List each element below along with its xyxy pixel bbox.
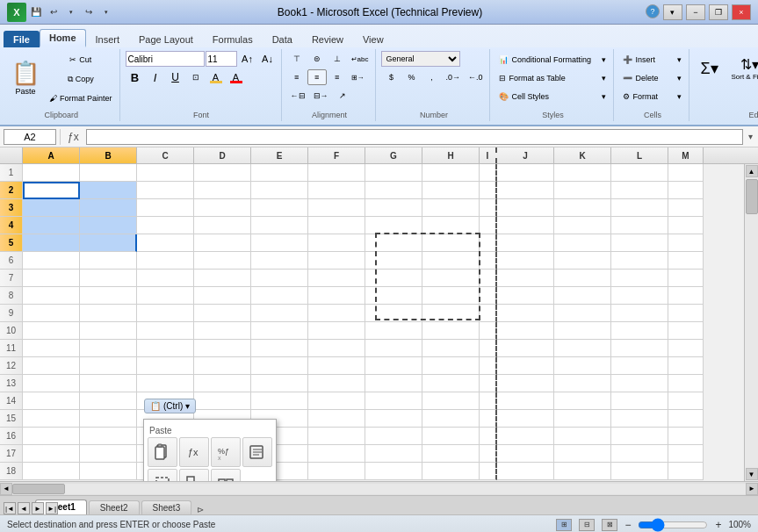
increase-font-btn[interactable]: A↑ xyxy=(238,51,257,67)
cell-a5[interactable] xyxy=(23,234,80,252)
col-header-g[interactable]: G xyxy=(365,147,422,163)
col-header-i[interactable]: I xyxy=(480,147,497,163)
col-header-k[interactable]: K xyxy=(554,147,611,163)
col-header-m[interactable]: M xyxy=(668,147,704,163)
minimize-btn[interactable]: − xyxy=(686,4,705,20)
scroll-right-btn[interactable]: ► xyxy=(746,483,758,495)
formula-input[interactable] xyxy=(86,129,743,145)
row-num-5[interactable]: 5 xyxy=(0,234,23,252)
decrease-decimal-btn[interactable]: ←.0 xyxy=(465,69,487,85)
cell-h2[interactable] xyxy=(422,182,480,199)
cell-h1[interactable] xyxy=(422,164,480,182)
sheet-tab-2[interactable]: Sheet2 xyxy=(89,500,140,514)
tab-home[interactable]: Home xyxy=(40,29,86,47)
underline-button[interactable]: U xyxy=(166,69,185,85)
cell-f4[interactable] xyxy=(308,217,365,234)
cell-g3[interactable] xyxy=(365,199,422,217)
align-bottom-btn[interactable]: ⊥ xyxy=(328,51,347,67)
tab-insert[interactable]: Insert xyxy=(86,31,130,47)
function-wizard-icon[interactable]: ƒx xyxy=(64,131,83,143)
cell-j1[interactable] xyxy=(497,164,554,182)
cell-l3[interactable] xyxy=(611,199,668,217)
cell-a2[interactable] xyxy=(23,182,80,199)
cell-c5[interactable] xyxy=(137,234,194,252)
page-layout-view-btn[interactable]: ⊟ xyxy=(579,519,595,531)
vertical-scrollbar[interactable]: ▲ ▼ xyxy=(744,164,758,481)
row-num-3[interactable]: 3 xyxy=(0,199,23,217)
zoom-plus-btn[interactable]: + xyxy=(715,519,721,531)
cell-h5[interactable] xyxy=(422,234,480,252)
delete-cells-btn[interactable]: ➖ Delete ▾ xyxy=(619,69,685,87)
align-center-btn[interactable]: ≡ xyxy=(307,69,327,85)
cell-d3[interactable] xyxy=(194,199,251,217)
col-header-e[interactable]: E xyxy=(251,147,308,163)
cell-f2[interactable] xyxy=(308,182,365,199)
cell-i3[interactable] xyxy=(480,199,497,217)
orientation-btn[interactable]: ↗ xyxy=(333,88,352,104)
cell-j4[interactable] xyxy=(497,217,554,234)
font-name-input[interactable] xyxy=(126,51,205,67)
cell-k5[interactable] xyxy=(554,234,611,252)
tab-view[interactable]: View xyxy=(353,31,393,47)
save-quick-btn[interactable]: 💾 xyxy=(28,4,44,20)
autosum-btn[interactable]: Σ▾ xyxy=(695,51,723,86)
fill-color-button[interactable]: A xyxy=(206,69,226,85)
cell-e2[interactable] xyxy=(251,182,308,199)
cell-g4[interactable] xyxy=(365,217,422,234)
restore-btn[interactable]: ❐ xyxy=(709,4,728,20)
paste-formula-format-btn[interactable]: %ƒx xyxy=(211,437,241,467)
cell-a1[interactable] xyxy=(23,164,80,182)
paste-no-border-btn[interactable] xyxy=(148,469,177,481)
scroll-down-btn[interactable]: ▼ xyxy=(746,468,758,480)
insert-cells-btn[interactable]: ➕ Insert ▾ xyxy=(619,51,685,68)
insert-sheet-tab-btn[interactable]: ⊳ xyxy=(197,505,204,514)
cell-m5[interactable] xyxy=(668,234,704,252)
decrease-indent-btn[interactable]: ←⊟ xyxy=(287,88,309,104)
currency-btn[interactable]: $ xyxy=(381,69,401,85)
sheet-nav-next-btn[interactable]: ► xyxy=(32,502,44,514)
cell-c2[interactable] xyxy=(137,182,194,199)
row-num-11[interactable]: 11 xyxy=(0,340,23,357)
cell-f5[interactable] xyxy=(308,234,365,252)
cell-k2[interactable] xyxy=(554,182,611,199)
row-num-13[interactable]: 13 xyxy=(0,375,23,392)
format-cells-btn[interactable]: ⚙ Format ▾ xyxy=(619,88,685,105)
undo-quick-btn[interactable]: ↩ xyxy=(46,4,61,20)
paste-formula-btn[interactable]: ƒx xyxy=(179,437,209,467)
cell-m1[interactable] xyxy=(668,164,704,182)
row-num-7[interactable]: 7 xyxy=(0,270,23,287)
sheet-tab-3[interactable]: Sheet3 xyxy=(141,500,192,514)
cell-k3[interactable] xyxy=(554,199,611,217)
tab-file[interactable]: File xyxy=(4,31,40,47)
tab-formulas[interactable]: Formulas xyxy=(203,31,263,47)
cell-m3[interactable] xyxy=(668,199,704,217)
sheet-nav-last-btn[interactable]: ►| xyxy=(46,502,58,514)
increase-decimal-btn[interactable]: .0→ xyxy=(442,69,464,85)
cell-l1[interactable] xyxy=(611,164,668,182)
cell-k1[interactable] xyxy=(554,164,611,182)
bold-button[interactable]: B xyxy=(126,69,145,85)
merge-cells-btn[interactable]: ⊞→ xyxy=(348,69,368,85)
decrease-font-btn[interactable]: A↓ xyxy=(258,51,278,67)
col-header-f[interactable]: F xyxy=(308,147,365,163)
percent-btn[interactable]: % xyxy=(401,69,421,85)
cell-b2[interactable] xyxy=(80,182,137,199)
row-num-14[interactable]: 14 xyxy=(0,392,23,410)
align-middle-btn[interactable]: ⊜ xyxy=(307,51,327,67)
cell-g2[interactable] xyxy=(365,182,422,199)
formula-expand-btn[interactable]: ▾ xyxy=(747,132,754,141)
h-scroll-thumb[interactable] xyxy=(12,484,65,494)
row-num-2[interactable]: 2 xyxy=(0,182,23,199)
cell-c4[interactable] xyxy=(137,217,194,234)
row-num-18[interactable]: 18 xyxy=(0,463,23,480)
number-format-dropdown[interactable]: General xyxy=(381,51,460,67)
paste-all-btn[interactable] xyxy=(148,437,177,467)
h-scroll-track[interactable] xyxy=(12,484,746,494)
cell-h3[interactable] xyxy=(422,199,480,217)
scroll-left-btn[interactable]: ◄ xyxy=(0,483,12,495)
row-num-6[interactable]: 6 xyxy=(0,252,23,270)
align-right-btn[interactable]: ≡ xyxy=(328,69,347,85)
sort-filter-btn[interactable]: ⇅▾ Sort & Filter xyxy=(726,51,758,86)
col-header-d[interactable]: D xyxy=(194,147,251,163)
cell-b4[interactable] xyxy=(80,217,137,234)
